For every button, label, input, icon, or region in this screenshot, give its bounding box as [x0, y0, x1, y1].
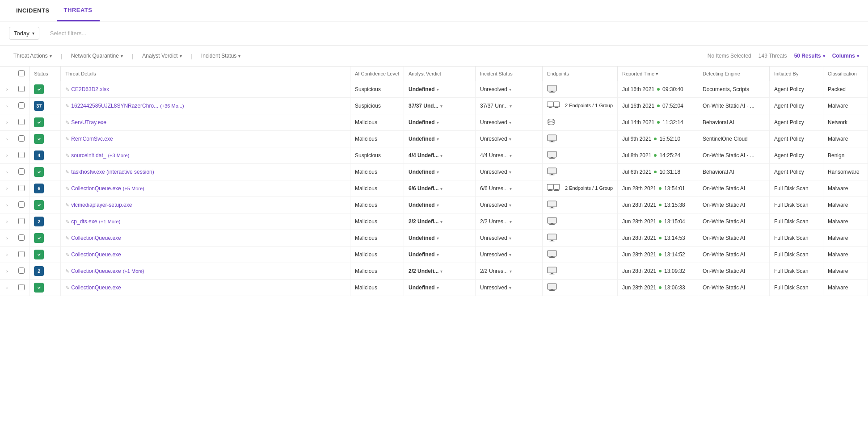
- expand-button[interactable]: ›: [4, 235, 9, 242]
- select-all-checkbox[interactable]: [18, 70, 25, 76]
- analyst-verdict-cell: Undefined▾: [404, 131, 475, 147]
- expand-button[interactable]: ›: [4, 202, 9, 209]
- analyst-verdict-button[interactable]: Analyst Verdict ▾: [138, 50, 186, 62]
- threat-name-link[interactable]: CollectionQueue.exe: [71, 284, 121, 291]
- verdict-dropdown[interactable]: Undefined▾: [409, 284, 471, 291]
- threat-name-link[interactable]: CE2D63D2.xlsx: [71, 86, 109, 92]
- threat-extra-link[interactable]: (+1 More): [99, 219, 120, 224]
- endpoint-info: [547, 250, 557, 258]
- col-ai-header: AI Confidence Level: [350, 67, 404, 81]
- expand-button[interactable]: ›: [4, 284, 9, 291]
- row-checkbox[interactable]: [18, 218, 25, 224]
- threat-extra-link[interactable]: (+5 More): [123, 186, 144, 191]
- verdict-dropdown[interactable]: 4/4 Undefi...▾: [409, 152, 471, 159]
- threat-details-cell: ✎CollectionQueue.exe: [61, 247, 350, 263]
- row-checkbox[interactable]: [18, 284, 25, 290]
- row-checkbox[interactable]: [18, 119, 25, 125]
- expand-button[interactable]: ›: [4, 103, 9, 109]
- threat-name-link[interactable]: CollectionQueue.exe: [71, 185, 121, 192]
- threat-name-link[interactable]: 1622442585UJZL8SYNRazerChro...: [71, 103, 158, 109]
- threat-details-cell: ✎CollectionQueue.exe(+1 More): [61, 263, 350, 280]
- endpoint-info: 2 Endpoints / 1 Group: [547, 101, 613, 109]
- incident-status-dropdown[interactable]: Unresolved▾: [480, 284, 538, 291]
- analyst-verdict-cell: 4/4 Undefi...▾: [404, 147, 475, 164]
- expand-button[interactable]: ›: [4, 268, 9, 275]
- nav-threats[interactable]: THREATS: [57, 0, 100, 21]
- status-cell: 6: [29, 180, 61, 197]
- expand-button[interactable]: ›: [4, 169, 9, 176]
- expand-button[interactable]: ›: [4, 152, 9, 159]
- row-checkbox[interactable]: [18, 268, 25, 274]
- expand-button[interactable]: ›: [4, 251, 9, 258]
- row-checkbox[interactable]: [18, 86, 25, 92]
- verdict-dropdown[interactable]: Undefined▾: [409, 235, 471, 241]
- filter-placeholder[interactable]: Select filters...: [45, 27, 92, 39]
- columns-button[interactable]: Columns ▾: [832, 53, 859, 59]
- threat-name-link[interactable]: sourceinit.dat_: [71, 152, 106, 159]
- svg-rect-13: [549, 142, 555, 142]
- nav-incidents[interactable]: INCIDENTS: [9, 0, 57, 21]
- verdict-dropdown[interactable]: 2/2 Undefi...▾: [409, 218, 471, 225]
- expand-button[interactable]: ›: [4, 185, 9, 192]
- incident-status-dropdown[interactable]: 6/6 Unres...▾: [480, 185, 538, 192]
- date-filter[interactable]: Today ▾: [9, 27, 39, 40]
- endpoint-info: [547, 118, 555, 126]
- verdict-dropdown[interactable]: 6/6 Undefi...▾: [409, 185, 471, 192]
- incident-status-dropdown[interactable]: Unresolved▾: [480, 251, 538, 258]
- analyst-verdict-cell: Undefined▾: [404, 164, 475, 180]
- verdict-dropdown[interactable]: Undefined▾: [409, 86, 471, 92]
- row-checkbox[interactable]: [18, 185, 25, 191]
- threat-actions-button[interactable]: Threat Actions ▾: [9, 50, 56, 62]
- verdict-dropdown[interactable]: Undefined▾: [409, 202, 471, 208]
- expand-button[interactable]: ›: [4, 218, 9, 225]
- verdict-dropdown[interactable]: Undefined▾: [409, 169, 471, 175]
- row-checkbox[interactable]: [18, 201, 25, 208]
- row-checkbox[interactable]: [18, 168, 25, 175]
- incident-status-dropdown[interactable]: Unresolved▾: [480, 86, 538, 92]
- threat-extra-link[interactable]: (+3 More): [108, 153, 129, 158]
- threat-extra-link[interactable]: (+36 Mo...): [160, 103, 184, 109]
- chevron-down-icon: ▾: [437, 203, 439, 208]
- incident-status-dropdown[interactable]: Unresolved▾: [480, 202, 538, 208]
- row-checkbox[interactable]: [18, 251, 25, 257]
- threat-name-link[interactable]: vlcmediaplayer-setup.exe: [71, 202, 132, 208]
- incident-status-dropdown[interactable]: Unresolved▾: [480, 235, 538, 241]
- threat-name-link[interactable]: CollectionQueue.exe: [71, 251, 121, 258]
- endpoint-info: [547, 151, 557, 159]
- incident-status-dropdown[interactable]: Unresolved▾: [480, 136, 538, 142]
- analyst-verdict-cell: Undefined▾: [404, 230, 475, 247]
- threat-name-link[interactable]: CollectionQueue.exe: [71, 268, 121, 274]
- row-checkbox[interactable]: [18, 234, 25, 241]
- network-quarantine-button[interactable]: Network Quarantine ▾: [67, 50, 127, 62]
- col-reported-header[interactable]: Reported Time ▾: [618, 67, 698, 81]
- incident-status-dropdown[interactable]: Unresolved▾: [480, 169, 538, 175]
- threat-name-link[interactable]: RemComSvc.exe: [71, 136, 113, 142]
- col-incident-header: Incident Status: [475, 67, 542, 81]
- verdict-dropdown[interactable]: 37/37 Und...▾: [409, 103, 471, 109]
- incident-status-button[interactable]: Incident Status ▾: [197, 50, 245, 62]
- expand-button[interactable]: ›: [4, 136, 9, 142]
- svg-rect-20: [551, 174, 553, 175]
- row-checkbox[interactable]: [18, 135, 25, 142]
- threat-name-link[interactable]: taskhostw.exe (interactive session): [71, 169, 154, 175]
- row-checkbox[interactable]: [18, 102, 25, 109]
- incident-status-dropdown[interactable]: Unresolved▾: [480, 119, 538, 125]
- threat-name-link[interactable]: CollectionQueue.exe: [71, 235, 121, 241]
- verdict-dropdown[interactable]: Undefined▾: [409, 136, 471, 142]
- incident-status-dropdown[interactable]: 2/2 Unres...▾: [480, 218, 538, 225]
- incident-status-dropdown[interactable]: 2/2 Unres...▾: [480, 268, 538, 274]
- reported-time-cell: Jul 14th 202111:32:14: [618, 114, 698, 131]
- verdict-dropdown[interactable]: Undefined▾: [409, 251, 471, 258]
- incident-status-dropdown[interactable]: 4/4 Unres...▾: [480, 152, 538, 159]
- initiated-by-cell: Full Disk Scan: [770, 180, 823, 197]
- expand-button[interactable]: ›: [4, 86, 9, 93]
- results-count-button[interactable]: 50 Results ▾: [794, 53, 825, 59]
- threat-extra-link[interactable]: (+1 More): [123, 268, 144, 274]
- verdict-dropdown[interactable]: Undefined▾: [409, 119, 471, 125]
- expand-button[interactable]: ›: [4, 119, 9, 126]
- verdict-dropdown[interactable]: 2/2 Undefi...▾: [409, 268, 471, 274]
- threat-name-link[interactable]: ServUTray.exe: [71, 119, 106, 125]
- threat-name-link[interactable]: cp_dts.exe: [71, 218, 97, 225]
- row-checkbox[interactable]: [18, 152, 25, 158]
- incident-status-dropdown[interactable]: 37/37 Unr...▾: [480, 103, 538, 109]
